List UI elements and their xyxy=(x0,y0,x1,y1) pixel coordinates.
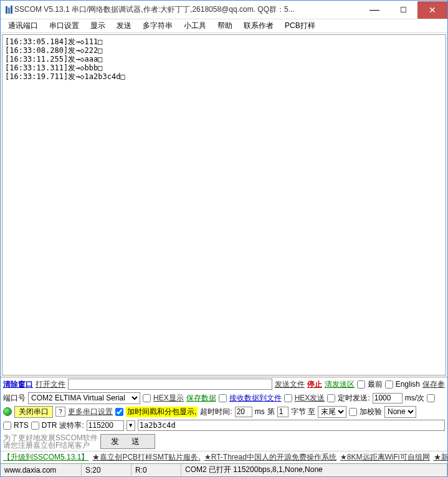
status-url[interactable]: www.daxia.com xyxy=(1,464,82,476)
close-port-button[interactable]: 关闭串口 xyxy=(14,406,53,418)
menu-multistring[interactable]: 多字符串 xyxy=(138,19,178,32)
hexshow-label[interactable]: HEX显示 xyxy=(153,393,184,404)
baud-input[interactable] xyxy=(87,420,124,431)
promo2-link[interactable]: ★RT-Thread中国人的开源免费操作系统 xyxy=(204,452,336,463)
upgrade-link[interactable]: 【升级到SSCOM5.13.1】 xyxy=(3,452,88,463)
front-label: 最前 xyxy=(368,379,383,390)
rts-label: RTS xyxy=(14,421,29,430)
more-settings-link[interactable]: 更多串口设置 xyxy=(68,407,113,417)
menubar: 通讯端口 串口设置 显示 发送 多字符串 小工具 帮助 联系作者 PCB打样 xyxy=(1,19,447,33)
save-param-link[interactable]: 保存参 xyxy=(422,379,445,390)
dtr-label: DTR xyxy=(42,421,57,430)
rts-checkbox[interactable] xyxy=(3,422,11,430)
promo4-link[interactable]: ★新一代 xyxy=(434,452,447,463)
help-icon[interactable]: ? xyxy=(55,407,65,417)
menu-contact[interactable]: 联系作者 xyxy=(239,19,279,32)
baud-label: 波特率: xyxy=(59,420,83,431)
checksum-checkbox[interactable] xyxy=(349,408,357,416)
byte-label: 字节 至 xyxy=(291,407,315,417)
row-baud-send: RTS DTR 波特率: ▼ xyxy=(1,418,447,432)
menu-serial-settings[interactable]: 串口设置 xyxy=(44,19,84,32)
promo-grey-text: 为了更好地发展SSCOM软件 请您注册嘉立创F结尾客户 xyxy=(3,434,98,449)
svg-rect-1 xyxy=(8,7,10,14)
row-serial: 关闭串口 ? 更多串口设置 加时间戳和分包显示, 超时时间: ms 第 字节 至… xyxy=(1,405,447,418)
minimize-button[interactable]: — xyxy=(360,1,389,19)
send-text-input[interactable] xyxy=(138,420,445,431)
promo3-link[interactable]: ★8KM远距离WiFi可自组网 xyxy=(340,452,430,463)
status-info: COM2 已打开 115200bps,8,1,None,None xyxy=(181,464,447,476)
savedata-link[interactable]: 保存数据 xyxy=(186,393,216,404)
menu-send[interactable]: 发送 xyxy=(112,19,136,32)
open-file-link[interactable]: 打开文件 xyxy=(36,379,65,390)
statusbar: www.daxia.com S:20 R:0 COM2 已打开 115200bp… xyxy=(1,463,447,476)
close-button[interactable]: ✕ xyxy=(417,1,447,19)
byte-n-input[interactable] xyxy=(277,407,288,417)
clear-send-link[interactable]: 清发送区 xyxy=(325,379,355,390)
mstime-label: ms/次 xyxy=(405,393,424,404)
interval-input[interactable] xyxy=(373,393,403,404)
port-label: 端口号 xyxy=(3,393,26,404)
stop-link[interactable]: 停止 xyxy=(307,379,322,390)
timedsend-checkbox[interactable] xyxy=(327,394,335,402)
window-controls: — ☐ ✕ xyxy=(360,1,447,19)
window-title: SSCOM V5.13.1 串口/网络数据调试器,作者:大虾丁丁,2618058… xyxy=(14,4,360,15)
menu-pcb[interactable]: PCB打样 xyxy=(280,19,320,32)
baud-dropdown-icon[interactable]: ▼ xyxy=(126,420,135,431)
checktype-select[interactable]: None xyxy=(384,406,416,418)
titlebar: SSCOM V5.13.1 串口/网络数据调试器,作者:大虾丁丁,2618058… xyxy=(1,1,447,19)
status-led-icon xyxy=(3,407,12,416)
clear-window-link[interactable]: 清除窗口 xyxy=(3,379,33,390)
menu-help[interactable]: 帮助 xyxy=(212,19,237,32)
tail-checkbox-extra[interactable] xyxy=(427,394,435,402)
status-sent: S:20 xyxy=(82,464,131,476)
english-checkbox[interactable] xyxy=(385,380,393,389)
tail-select[interactable]: 末尾 xyxy=(318,406,346,418)
row-send: 为了更好地发展SSCOM软件 请您注册嘉立创F结尾客户 发 送 xyxy=(1,432,447,451)
promo1-link[interactable]: ★嘉立创PCB打样SMT贴片服务. xyxy=(92,452,200,463)
dtr-checkbox[interactable] xyxy=(31,422,39,430)
file-path-input[interactable] xyxy=(68,379,272,390)
hexshow-checkbox[interactable] xyxy=(143,394,151,402)
timeout-input[interactable] xyxy=(235,407,252,417)
maximize-button[interactable]: ☐ xyxy=(389,1,417,19)
timedsend-label: 定时发送: xyxy=(338,393,369,404)
front-checkbox[interactable] xyxy=(357,380,365,389)
grey-line2: 请您注册嘉立创F结尾客户 xyxy=(3,442,98,449)
hexsend-label[interactable]: HEX发送 xyxy=(295,393,325,404)
timeout-label: 超时时间: xyxy=(200,407,232,417)
svg-rect-0 xyxy=(6,6,7,14)
send-button[interactable]: 发 送 xyxy=(100,434,155,449)
english-label: English xyxy=(396,380,420,389)
timestamp-checkbox[interactable] xyxy=(115,408,123,416)
di-label: 第 xyxy=(267,407,275,417)
row-port: 端口号 COM2 ELTIMA Virtual Serial HEX显示 保存数… xyxy=(1,391,447,405)
menu-comm-port[interactable]: 通讯端口 xyxy=(3,19,43,32)
app-icon xyxy=(4,5,14,15)
controls-panel: 清除窗口 打开文件 发送文件 停止 清发送区 最前 English 保存参 端口… xyxy=(1,377,447,463)
promo-row: 【升级到SSCOM5.13.1】 ★嘉立创PCB打样SMT贴片服务. ★RT-T… xyxy=(1,451,447,463)
recvtofile-label[interactable]: 接收数据到文件 xyxy=(229,393,282,404)
hexsend-checkbox[interactable] xyxy=(284,394,292,402)
recvtofile-checkbox[interactable] xyxy=(219,394,227,402)
svg-rect-2 xyxy=(11,6,12,14)
send-file-link[interactable]: 发送文件 xyxy=(275,379,305,390)
status-recv: R:0 xyxy=(131,464,181,476)
port-select[interactable]: COM2 ELTIMA Virtual Serial xyxy=(28,392,140,404)
output-textarea[interactable]: [16:33:05.184]发→◇111□ [16:33:08.280]发→◇2… xyxy=(2,34,446,375)
menu-tools[interactable]: 小工具 xyxy=(179,19,211,32)
checksum-label: 加校验 xyxy=(360,407,382,417)
ms-label: ms xyxy=(255,407,265,416)
menu-display[interactable]: 显示 xyxy=(85,19,110,32)
timestamp-label: 加时间戳和分包显示, xyxy=(126,407,198,417)
row-file: 清除窗口 打开文件 发送文件 停止 清发送区 最前 English 保存参 xyxy=(1,377,447,391)
